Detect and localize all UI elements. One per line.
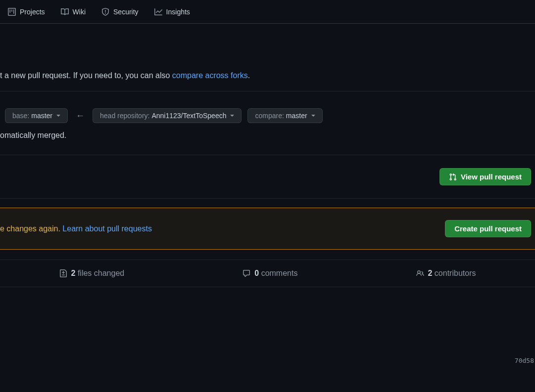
files-label: files changed [78, 269, 124, 277]
files-count: 2 [71, 269, 76, 277]
comments-label: comments [261, 269, 298, 277]
commit-hash[interactable]: 70d58 [515, 357, 534, 364]
create-pr-banner: e changes again. Learn about pull reques… [0, 208, 535, 250]
base-value: master [31, 112, 52, 120]
compare-branch-button[interactable]: compare: master [247, 108, 322, 123]
banner-text: e changes again. Learn about pull reques… [0, 224, 152, 233]
view-pr-label: View pull request [461, 173, 522, 181]
head-repo-value: Anni1123/TextToSpeech [151, 112, 226, 120]
contributors-label: contributors [435, 269, 476, 277]
comments-stat[interactable]: 0 comments [243, 269, 297, 278]
compare-forks-link[interactable]: compare across forks [172, 71, 248, 80]
comment-icon [243, 269, 250, 277]
compare-label: compare: [255, 112, 284, 120]
caret-down-icon [56, 115, 60, 117]
base-label: base: [12, 112, 29, 120]
table-icon [8, 8, 16, 16]
tab-insights[interactable]: Insights [146, 0, 198, 23]
create-pr-label: Create pull request [454, 224, 522, 233]
compare-value: master [286, 112, 307, 120]
head-repo-label: head repository: [100, 112, 149, 120]
learn-pr-link[interactable]: Learn about pull requests [62, 224, 152, 233]
tab-security-label: Security [113, 8, 139, 16]
tab-projects[interactable]: Projects [0, 0, 53, 23]
book-icon [61, 8, 69, 16]
contributors-stat[interactable]: 2 contributors [416, 269, 476, 278]
period: . [248, 71, 250, 80]
arrow-left-icon: ← [74, 111, 87, 121]
tab-wiki[interactable]: Wiki [53, 0, 94, 23]
comments-count: 0 [254, 269, 259, 277]
intro-fragment: t a new pull request. If you need to, yo… [0, 71, 172, 80]
tab-wiki-label: Wiki [73, 8, 86, 16]
create-pull-request-button[interactable]: Create pull request [445, 220, 531, 237]
base-branch-button[interactable]: base: master [5, 108, 68, 123]
tab-security[interactable]: Security [94, 0, 146, 23]
compare-intro: t a new pull request. If you need to, yo… [0, 24, 535, 91]
banner-fragment: e changes again. [0, 224, 62, 233]
shield-icon [101, 8, 109, 16]
repo-tabnav: Projects Wiki Security Insights [0, 0, 535, 24]
file-diff-icon [59, 269, 67, 277]
merge-status-text: omatically merged. [0, 123, 535, 155]
head-repo-button[interactable]: head repository: Anni1123/TextToSpeech [93, 108, 242, 123]
view-pull-request-button[interactable]: View pull request [439, 168, 531, 185]
tab-projects-label: Projects [20, 8, 45, 16]
branch-selector-row: base: master ← head repository: Anni1123… [0, 91, 535, 123]
tab-insights-label: Insights [166, 8, 190, 16]
contributors-count: 2 [428, 269, 433, 277]
files-changed-stat[interactable]: 2 files changed [59, 269, 125, 278]
caret-down-icon [311, 115, 315, 117]
people-icon [416, 269, 424, 277]
view-pr-row: View pull request [0, 155, 535, 199]
graph-icon [154, 8, 162, 16]
caret-down-icon [230, 115, 234, 117]
diff-stats-row: 2 files changed 0 comments 2 contributor… [0, 260, 535, 287]
git-pull-request-icon [449, 173, 457, 181]
